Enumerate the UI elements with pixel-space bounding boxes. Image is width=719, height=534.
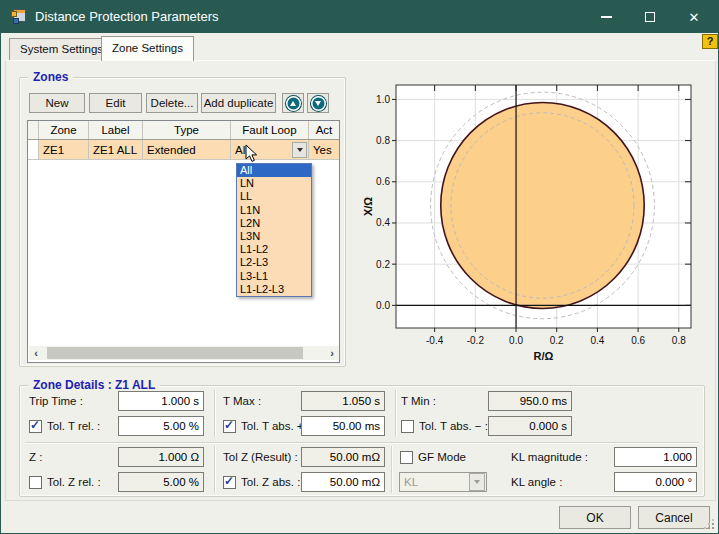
app-icon-orange-square [11, 11, 17, 17]
mouse-cursor [245, 144, 259, 164]
tol-t-rel-checkbox[interactable] [29, 420, 42, 433]
tol-z-result-value: 50.00 mΩ [301, 447, 385, 467]
svg-text:0.4: 0.4 [376, 217, 390, 228]
tol-z-rel-field: Tol. Z rel. : 5.00 % [29, 472, 204, 492]
divider [214, 390, 215, 437]
gf-mode-checkbox[interactable] [400, 451, 413, 464]
gf-mode-field: GF Mode [400, 447, 466, 467]
kl-angle-label: KL angle : [511, 476, 614, 488]
new-button[interactable]: New [29, 93, 85, 113]
help-button[interactable]: ? [702, 34, 718, 49]
horizontal-scrollbar[interactable]: ‹ › [29, 346, 339, 360]
tol-t-rel-input[interactable]: 5.00 % [118, 416, 204, 436]
chevron-down-icon [474, 480, 480, 484]
scroll-left-icon[interactable]: ‹ [29, 346, 43, 360]
col-header-act: Act [309, 121, 339, 139]
svg-text:0.2: 0.2 [550, 335, 564, 346]
tol-z-abs-checkbox[interactable] [223, 476, 236, 489]
kl-combobox[interactable]: KL [399, 472, 487, 492]
zone-details-label: Zone Details : Z1 ALL [28, 378, 160, 392]
tol-z-rel-value: 5.00 % [118, 472, 204, 492]
tol-z-abs-label: Tol. Z abs. : [241, 476, 301, 488]
kl-angle-field: KL angle : 0.000 ° [511, 472, 697, 492]
z-field: Z : 1.000 Ω [29, 447, 204, 467]
dropdown-item[interactable]: LN [237, 177, 311, 190]
trip-time-input[interactable]: 1.000 s [118, 391, 204, 411]
tol-t-abs-plus-input[interactable]: 50.00 ms [301, 416, 385, 436]
tol-t-rel-field: Tol. T rel. : 5.00 % [29, 416, 204, 436]
kl-combobox-button[interactable] [469, 473, 485, 491]
cell-label[interactable]: ZE1 ALL [89, 140, 143, 159]
svg-text:0.8: 0.8 [672, 335, 686, 346]
row-selector-cell[interactable] [28, 140, 39, 159]
tol-z-abs-input[interactable]: 50.00 mΩ [301, 472, 385, 492]
minimize-icon [601, 16, 612, 18]
fault-loop-combobox[interactable]: All [231, 140, 308, 159]
col-header-label: Label [89, 121, 143, 139]
tol-t-abs-minus-label: Tol. T abs. − : [419, 420, 488, 432]
cancel-button[interactable]: Cancel [638, 506, 710, 529]
tol-z-rel-checkbox[interactable] [29, 476, 42, 489]
ok-button[interactable]: OK [559, 506, 631, 529]
dropdown-item[interactable]: L2N [237, 217, 311, 230]
kl-magnitude-input[interactable]: 1.000 [614, 447, 697, 467]
zones-table-header-row: Zone Label Type Fault Loop Act [28, 121, 339, 140]
kl-magnitude-label: KL magnitude : [511, 451, 614, 463]
kl-angle-input[interactable]: 0.000 ° [614, 472, 697, 492]
app-icon-blue-square [13, 18, 19, 24]
tol-t-abs-minus-checkbox[interactable] [401, 420, 414, 433]
scroll-right-icon[interactable]: › [325, 346, 339, 360]
svg-text:0.0: 0.0 [376, 300, 390, 311]
col-header-fault-loop: Fault Loop [231, 121, 309, 139]
divider [395, 390, 396, 437]
cell-zone[interactable]: ZE1 [39, 140, 89, 159]
dropdown-item[interactable]: L1N [237, 204, 311, 217]
table-row[interactable]: ZE1 ZE1 ALL Extended All Yes [28, 140, 339, 160]
svg-text:0.4: 0.4 [590, 335, 604, 346]
svg-text:0.8: 0.8 [376, 135, 390, 146]
dropdown-item[interactable]: L1-L2 [237, 243, 311, 256]
scrollbar-thumb[interactable] [47, 347, 303, 359]
dropdown-item[interactable]: LL [237, 190, 311, 203]
dropdown-item[interactable]: L2-L3 [237, 256, 311, 269]
impedance-chart: -0.4-0.20.00.20.40.60.80.00.20.40.60.81.… [363, 65, 709, 367]
svg-text:0.6: 0.6 [631, 335, 645, 346]
window-controls: ✕ [584, 1, 716, 33]
dropdown-item[interactable]: L3N [237, 230, 311, 243]
delete-button[interactable]: Delete... [146, 93, 198, 113]
move-up-button[interactable] [282, 93, 304, 113]
dropdown-item[interactable]: L3-L1 [237, 270, 311, 283]
cell-act[interactable]: Yes [309, 140, 339, 159]
minimize-button[interactable] [584, 1, 628, 33]
kl-magnitude-field: KL magnitude : 1.000 [511, 447, 697, 467]
add-duplicate-button[interactable]: Add duplicate [201, 93, 276, 113]
tol-z-result-field: Tol Z (Result) : 50.00 mΩ [223, 447, 385, 467]
tol-t-abs-plus-checkbox[interactable] [223, 420, 236, 433]
tab-zone-settings[interactable]: Zone Settings [101, 36, 194, 61]
t-min-value: 950.0 ms [488, 391, 572, 411]
dropdown-item[interactable]: L1-L2-L3 [237, 283, 311, 296]
fault-loop-dropdown-button[interactable] [292, 142, 307, 158]
cell-type[interactable]: Extended [143, 140, 231, 159]
close-button[interactable]: ✕ [672, 1, 716, 33]
tol-t-abs-plus-label: Tol. T abs. + : [241, 420, 301, 432]
move-up-icon [286, 96, 301, 111]
svg-text:1.0: 1.0 [376, 94, 390, 105]
window-title: Distance Protection Parameters [35, 1, 219, 33]
dialog-window: Distance Protection Parameters ✕ System … [0, 0, 719, 534]
tol-z-rel-label: Tol. Z rel. : [47, 476, 118, 488]
col-header-type: Type [143, 121, 231, 139]
svg-text:0.6: 0.6 [376, 176, 390, 187]
tab-system-settings[interactable]: System Settings [9, 38, 114, 60]
chevron-down-icon [297, 148, 303, 152]
dropdown-item[interactable]: All [237, 164, 311, 177]
maximize-button[interactable] [628, 1, 672, 33]
move-down-button[interactable] [307, 93, 329, 113]
fault-loop-value: All [231, 144, 292, 156]
edit-button[interactable]: Edit [89, 93, 142, 113]
t-max-field: T Max : 1.050 s [223, 391, 385, 411]
tol-z-result-label: Tol Z (Result) : [223, 451, 301, 463]
resize-grip-icon[interactable] [705, 520, 715, 530]
tol-t-abs-minus-value: 0.000 s [488, 416, 572, 436]
divider [214, 446, 215, 493]
